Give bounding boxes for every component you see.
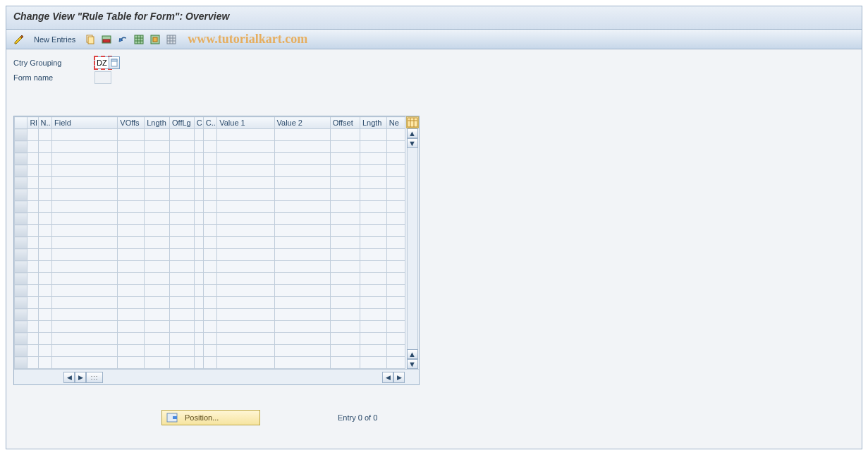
grid-cell[interactable] [194,357,203,369]
grid-cell[interactable] [330,153,360,165]
grid-cell[interactable] [386,333,405,345]
grid-cell[interactable] [386,273,405,285]
grid-cell[interactable] [118,333,145,345]
grid-cell[interactable] [170,249,195,261]
row-selector[interactable] [15,165,27,177]
grid-cell[interactable] [27,225,38,237]
grid-cell[interactable] [38,285,52,297]
grid-cell[interactable] [145,237,170,249]
scroll-left-icon[interactable]: ◀ [63,372,75,383]
grid-cell[interactable] [194,273,203,285]
grid-cell[interactable] [217,153,274,165]
grid-cell[interactable] [330,357,360,369]
grid-cell[interactable] [360,129,386,141]
row-selector[interactable] [15,237,27,249]
grid-cell[interactable] [38,297,52,309]
grid-cell[interactable] [27,153,38,165]
grid-cell[interactable] [145,273,170,285]
row-selector[interactable] [15,153,27,165]
grid-cell[interactable] [118,165,145,177]
grid-cell[interactable] [170,309,195,321]
grid-cell[interactable] [386,165,405,177]
grid-cell[interactable] [330,129,360,141]
grid-cell[interactable] [217,249,274,261]
row-selector[interactable] [15,225,27,237]
grid-cell[interactable] [386,237,405,249]
grid-cell[interactable] [38,141,52,153]
col-header[interactable]: Lngth [360,117,386,129]
grid-cell[interactable] [52,345,118,357]
grid-cell[interactable] [118,273,145,285]
grid-cell[interactable] [274,333,330,345]
grid-cell[interactable] [145,141,170,153]
grid-cell[interactable] [170,237,195,249]
grid-cell[interactable] [386,225,405,237]
grid-cell[interactable] [330,177,360,189]
grid-cell[interactable] [203,129,217,141]
grid-cell[interactable] [38,189,52,201]
grid-cell[interactable] [27,177,38,189]
grid-cell[interactable] [38,165,52,177]
grid-cell[interactable] [38,225,52,237]
deselect-icon[interactable] [164,32,178,47]
grid-cell[interactable] [27,141,38,153]
grid-cell[interactable] [360,201,386,213]
grid-cell[interactable] [52,225,118,237]
grid-cell[interactable] [170,297,195,309]
grid-cell[interactable] [170,357,195,369]
grid-cell[interactable] [194,213,203,225]
grid-cell[interactable] [52,129,118,141]
grid-cell[interactable] [274,153,330,165]
grid-cell[interactable] [386,309,405,321]
grid-cell[interactable] [170,225,195,237]
grid-cell[interactable] [38,345,52,357]
grid-cell[interactable] [170,141,195,153]
row-selector[interactable] [15,201,27,213]
grid-cell[interactable] [203,297,217,309]
grid-cell[interactable] [170,153,195,165]
grid-cell[interactable] [360,285,386,297]
grid-cell[interactable] [52,297,118,309]
grid-cell[interactable] [118,321,145,333]
grid-cell[interactable] [194,153,203,165]
col-header[interactable]: C.. [203,117,217,129]
grid-cell[interactable] [27,309,38,321]
grid-cell[interactable] [145,261,170,273]
pencil-icon[interactable] [12,32,26,47]
grid-cell[interactable] [170,177,195,189]
grid-cell[interactable] [145,153,170,165]
grid-cell[interactable] [203,309,217,321]
new-entries-button[interactable]: New Entries [28,35,81,44]
undo-icon[interactable] [116,32,130,47]
grid-cell[interactable] [145,249,170,261]
grid-cell[interactable] [360,357,386,369]
grid-cell[interactable] [203,321,217,333]
grid-cell[interactable] [274,201,330,213]
grid-cell[interactable] [52,333,118,345]
grid-cell[interactable] [38,177,52,189]
grid-cell[interactable] [203,333,217,345]
grid-cell[interactable] [170,321,195,333]
grid-cell[interactable] [194,345,203,357]
grid-cell[interactable] [38,273,52,285]
grid-cell[interactable] [27,345,38,357]
column-select-icon[interactable]: ::: [86,372,103,383]
grid-cell[interactable] [118,153,145,165]
grid-cell[interactable] [145,165,170,177]
grid-cell[interactable] [330,213,360,225]
grid-cell[interactable] [170,261,195,273]
grid-cell[interactable] [217,201,274,213]
grid-cell[interactable] [27,129,38,141]
grid-cell[interactable] [386,345,405,357]
delete-icon[interactable] [99,32,114,47]
grid-cell[interactable] [52,237,118,249]
grid-cell[interactable] [118,345,145,357]
grid-cell[interactable] [170,333,195,345]
col-header[interactable]: Value 1 [217,117,274,129]
grid-cell[interactable] [386,213,405,225]
select-all-icon[interactable] [132,32,146,47]
grid-cell[interactable] [38,213,52,225]
grid-cell[interactable] [386,153,405,165]
grid-cell[interactable] [360,273,386,285]
grid-cell[interactable] [330,321,360,333]
